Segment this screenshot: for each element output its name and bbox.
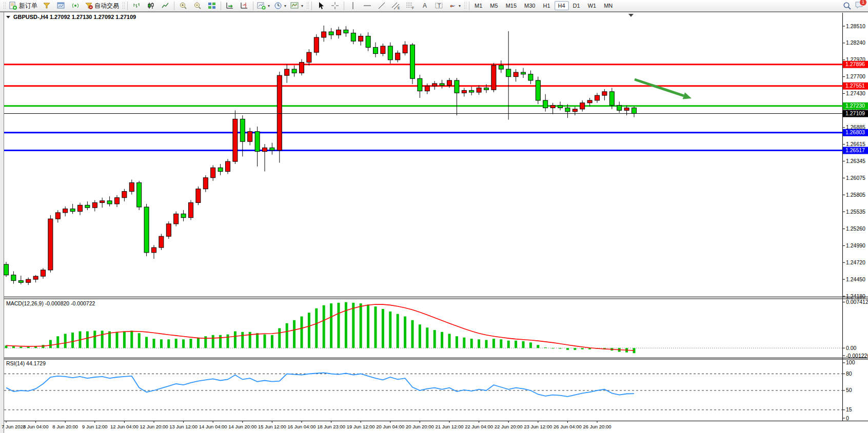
candle-body: [491, 66, 496, 90]
signals-button[interactable]: [68, 0, 83, 11]
timeframe-button-H4[interactable]: H4: [555, 1, 569, 10]
macd-bar: [64, 334, 67, 348]
fibonacci-tool-button[interactable]: F: [403, 0, 418, 11]
candlestick-mode-button[interactable]: [144, 0, 158, 11]
price-tick-label: 1.24180: [846, 293, 865, 299]
timeframe-button-M1[interactable]: M1: [471, 1, 486, 10]
macd-tick-label: -0.001226: [846, 353, 868, 359]
auto-trading-label: 自动交易: [94, 2, 119, 10]
chart-window-button[interactable]: [54, 0, 68, 11]
vertical-line-tool-button[interactable]: [346, 0, 360, 11]
candle-body: [602, 92, 607, 95]
time-tick-label: 14 Jun 04:00: [199, 424, 227, 429]
tile-windows-button[interactable]: [205, 0, 219, 11]
auto-trading-button[interactable]: 自动交易: [83, 0, 121, 11]
price-tag-1.27230-text: 1.27230: [845, 102, 865, 109]
macd-bar: [227, 335, 229, 348]
trendline-icon: [378, 2, 386, 10]
timeframe-button-M30[interactable]: M30: [521, 1, 539, 10]
auto-scroll-button[interactable]: [223, 0, 237, 11]
timeframe-button-MN[interactable]: MN: [600, 1, 616, 10]
macd-bar: [522, 341, 525, 348]
cursor-tool-button[interactable]: [313, 0, 328, 11]
divider: [469, 2, 469, 10]
zoom-in-button[interactable]: [176, 0, 190, 11]
divider: [127, 2, 128, 10]
templates-button[interactable]: ▾: [288, 0, 305, 11]
search-icon[interactable]: [843, 2, 852, 10]
price-tick-label: 1.26345: [846, 158, 865, 164]
macd-bar: [463, 338, 465, 348]
candle-body: [366, 36, 370, 48]
svg-text:E: E: [398, 6, 400, 10]
macd-bar: [492, 339, 495, 348]
text-label-icon: T: [435, 2, 444, 10]
price-tick-label: 1.25260: [846, 225, 865, 232]
bid-price-tag: 1.27109: [843, 110, 868, 117]
trendline-tool-button[interactable]: [374, 0, 389, 11]
toolbar-grip[interactable]: [3, 2, 6, 10]
indicators-icon: [257, 2, 266, 10]
rsi-tick-label: 100: [846, 359, 855, 365]
zoom-out-button[interactable]: [190, 0, 205, 11]
candle-body: [337, 30, 341, 35]
text-tool-button[interactable]: A: [418, 0, 432, 11]
time-tick-label: 13 Jun 12:00: [169, 424, 198, 429]
macd-bar: [433, 330, 436, 348]
time-tick-label: 20 Jun 20:00: [406, 424, 434, 429]
toolbar-grip[interactable]: [122, 2, 125, 10]
candle-body: [543, 100, 548, 108]
candle-body: [48, 219, 53, 270]
arrows-tool-button[interactable]: ▾: [446, 0, 463, 11]
timeframe-button-W1[interactable]: W1: [584, 1, 600, 10]
channel-icon: E: [391, 2, 401, 10]
macd-bar: [330, 303, 332, 348]
market-watch-button[interactable]: [40, 0, 54, 11]
macd-bar: [374, 306, 377, 348]
candle-body: [595, 95, 600, 100]
timeframe-button-D1[interactable]: D1: [569, 1, 584, 10]
timeframe-toolbar: M1M5M15M30H1H4D1W1MN: [471, 1, 616, 10]
candle-body: [506, 69, 511, 77]
timeframe-button-M5[interactable]: M5: [486, 1, 501, 10]
notifications-button[interactable]: 1: [855, 1, 864, 11]
chart-shift-button[interactable]: [237, 0, 251, 11]
time-tick-label: 14 Jun 20:00: [228, 424, 257, 429]
equidistant-channel-tool-button[interactable]: E: [389, 0, 403, 11]
crosshair-tool-button[interactable]: [328, 0, 342, 11]
macd-bar: [389, 312, 391, 348]
indicators-button[interactable]: ▾: [255, 0, 272, 11]
candle-body: [4, 264, 9, 275]
candle-body: [115, 198, 120, 204]
cursor-icon: [317, 2, 325, 10]
candle-body: [580, 103, 585, 109]
divider: [221, 2, 221, 10]
timeframe-button-M15[interactable]: M15: [502, 1, 520, 10]
candle-body: [129, 183, 134, 192]
timeframe-button-H1[interactable]: H1: [539, 1, 554, 10]
bar-chart-mode-button[interactable]: [129, 0, 144, 11]
text-label-tool-button[interactable]: T: [432, 0, 446, 11]
candle-body: [536, 80, 540, 100]
new-order-button[interactable]: 新订单: [7, 0, 40, 11]
toolbar-grip[interactable]: [464, 2, 466, 10]
candle-body: [270, 148, 274, 150]
chart-area[interactable]: 1.285101.282401.279701.277001.274301.271…: [0, 12, 868, 433]
line-chart-mode-button[interactable]: [158, 0, 172, 11]
candle-body: [285, 69, 289, 75]
candle-body: [263, 148, 267, 151]
candle-body: [359, 36, 363, 42]
macd-bar: [12, 346, 15, 348]
periods-button[interactable]: ▾: [272, 0, 288, 11]
macd-bar: [160, 339, 163, 348]
macd-bar: [101, 331, 104, 348]
macd-bar: [397, 314, 399, 348]
new-order-icon: [9, 2, 17, 10]
horizontal-line-tool-button[interactable]: [360, 0, 374, 11]
macd-bar: [108, 332, 111, 348]
candle-body: [240, 119, 245, 141]
macd-bar: [551, 348, 554, 348]
new-order-label: 新订单: [19, 2, 37, 10]
toolbar-grip[interactable]: [306, 2, 309, 10]
candle-body: [514, 72, 518, 77]
